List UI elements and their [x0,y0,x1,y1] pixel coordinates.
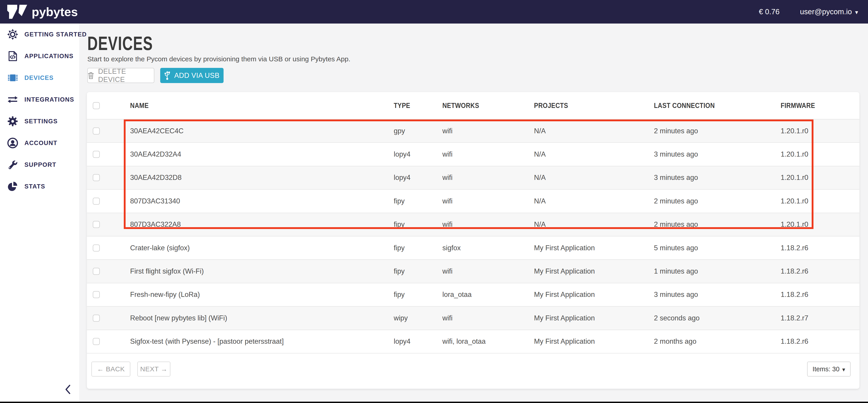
cell-networks: lora_otaa [442,290,471,299]
cell-type: lopy4 [394,150,410,158]
user-email: user@pycom.io [800,7,852,16]
sidebar-item-account[interactable]: ACCOUNT [0,132,79,154]
back-button[interactable]: ← BACK [91,362,130,376]
sidebar-item-settings[interactable]: SETTINGS [0,111,79,132]
row-checkbox[interactable] [93,338,100,345]
logo-text: pybytes [32,5,78,19]
table-row[interactable]: 807D3AC322A8 fipy wifi N/A 2 minutes ago… [87,213,859,237]
table-row[interactable]: 807D3AC31340 fipy wifi N/A 2 minutes ago… [87,190,859,213]
pycom-logo-icon [7,4,29,19]
row-checkbox[interactable] [93,127,100,134]
row-checkbox[interactable] [93,151,100,158]
sidebar-item-support[interactable]: SUPPORT [0,154,79,176]
usb-icon [164,71,170,80]
cell-type: gpy [394,127,405,135]
items-per-page-dropdown[interactable]: Items: 30 ▾ [807,362,850,376]
sidebar-item-applications[interactable]: APPLICATIONS [0,45,79,67]
cell-projects: My First Application [534,290,595,299]
code-file-icon [7,51,18,62]
sidebar-item-label: STATS [25,183,45,190]
table-row[interactable]: Crater-lake (sigfox) fipy sigfox My Firs… [87,237,859,260]
cell-projects: N/A [534,127,546,135]
cell-type: wipy [394,314,408,322]
cell-firmware: 1.18.2.r6 [781,267,808,275]
table-row[interactable]: 30AEA42CEC4C gpy wifi N/A 2 minutes ago … [87,120,859,143]
wrench-icon [7,159,18,170]
sidebar-item-stats[interactable]: STATS [0,176,79,197]
chevron-down-icon: ▾ [855,9,858,16]
items-per-page-label: Items: 30 [812,366,839,373]
main-content: DEVICES Start to explore the Pycom devic… [79,24,868,403]
toolbar: DELETE DEVICE ADD VIA USB [87,68,223,83]
cell-type: fipy [394,244,405,252]
cell-firmware: 1.18.2.r6 [781,337,808,345]
cell-last-connection: 2 months ago [654,337,696,345]
sync-arrows-icon [7,94,18,105]
row-checkbox[interactable] [93,244,100,251]
cell-name: First flight sigfox (Wi-Fi) [130,267,204,275]
pagination-bar: ← BACK NEXT → Items: 30 ▾ [87,353,859,389]
cell-name: Crater-lake (sigfox) [130,244,190,252]
sidebar-collapse-button[interactable] [63,383,73,396]
cell-name: 30AEA42D32D8 [130,174,182,182]
cell-firmware: 1.18.2.r7 [781,314,808,322]
cell-projects: My First Application [534,267,595,275]
row-checkbox[interactable] [93,221,100,228]
cell-firmware: 1.20.1.r0 [781,127,808,135]
add-via-usb-button[interactable]: ADD VIA USB [160,68,223,83]
table-row[interactable]: 30AEA42D32D8 lopy4 wifi N/A 3 minutes ag… [87,166,859,190]
column-header-firmware: FIRMWARE [781,102,815,110]
cell-name: 30AEA42CEC4C [130,127,184,135]
column-header-last-connection: LAST CONNECTION [654,102,715,110]
table-row[interactable]: Fresh-new-fipy (LoRa) fipy lora_otaa My … [87,283,859,307]
table-row[interactable]: Reboot [new pybytes lib] (WiFi) wipy wif… [87,307,859,330]
cell-firmware: 1.18.2.r6 [781,244,808,252]
row-checkbox[interactable] [93,197,100,205]
page-description: Start to explore the Pycom devices by pr… [87,55,350,63]
cell-networks: wifi [442,127,453,135]
table-row[interactable]: 30AEA42D32A4 lopy4 wifi N/A 3 minutes ag… [87,143,859,166]
cell-projects: My First Application [534,314,595,322]
pybytes-logo[interactable]: pybytes [7,4,78,19]
sidebar-item-integrations[interactable]: INTEGRATIONS [0,89,79,111]
sidebar-item-label: GETTING STARTED [25,31,87,38]
delete-device-button[interactable]: DELETE DEVICE [87,68,154,83]
sidebar-item-devices[interactable]: DEVICES [0,67,79,89]
sidebar-item-getting-started[interactable]: GETTING STARTED [0,24,79,45]
cell-networks: wifi [442,267,453,275]
sidebar-item-label: APPLICATIONS [25,53,73,60]
row-checkbox[interactable] [93,268,100,275]
cell-last-connection: 2 seconds ago [654,314,700,322]
user-menu[interactable]: user@pycom.io ▾ [800,7,858,16]
cell-last-connection: 3 minutes ago [654,174,698,182]
column-header-projects: PROJECTS [534,102,568,110]
next-button[interactable]: NEXT → [137,362,170,376]
devices-table-card: NAME TYPE NETWORKS PROJECTS LAST CONNECT… [87,92,859,389]
cell-firmware: 1.20.1.r0 [781,174,808,182]
cell-firmware: 1.20.1.r0 [781,150,808,158]
cell-type: fipy [394,220,405,228]
cell-name: 807D3AC322A8 [130,220,181,228]
cell-last-connection: 3 minutes ago [654,290,698,299]
column-header-type: TYPE [394,102,410,110]
select-all-checkbox[interactable] [93,102,100,109]
cell-projects: My First Application [534,337,595,345]
sun-burst-icon [7,29,18,40]
account-balance: € 0.76 [759,7,779,16]
row-checkbox[interactable] [93,174,100,181]
cell-type: fipy [394,290,405,299]
cell-networks: wifi [442,197,453,205]
table-row[interactable]: First flight sigfox (Wi-Fi) fipy wifi My… [87,260,859,283]
cell-projects: N/A [534,174,546,182]
row-checkbox[interactable] [93,291,100,298]
cell-firmware: 1.20.1.r0 [781,220,808,228]
cell-last-connection: 2 minutes ago [654,197,698,205]
row-checkbox[interactable] [93,314,100,321]
table-row[interactable]: Sigfox-test (with Pysense) - [pastoor pe… [87,330,859,353]
cell-type: lopy4 [394,337,410,345]
top-navbar: pybytes € 0.76 user@pycom.io ▾ [0,0,868,24]
cell-last-connection: 3 minutes ago [654,150,698,158]
cell-last-connection: 2 minutes ago [654,220,698,228]
cell-projects: N/A [534,197,546,205]
cell-projects: N/A [534,150,546,158]
